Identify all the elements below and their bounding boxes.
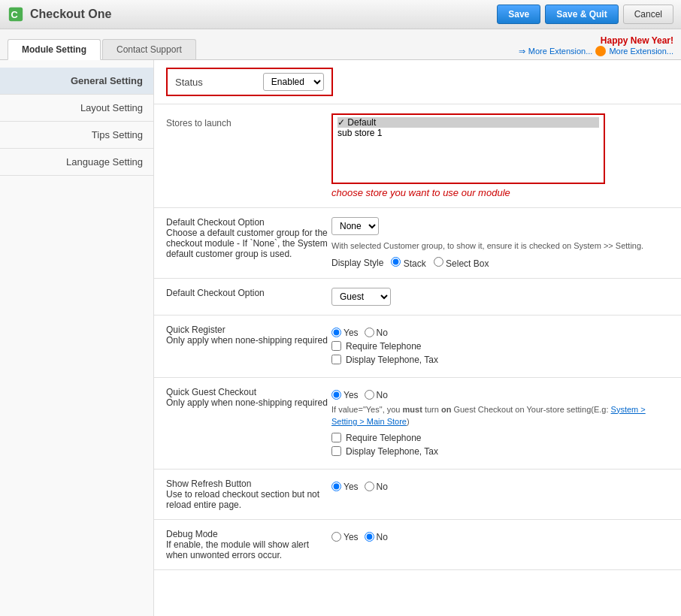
quick-guest-yes-label[interactable]: Yes	[331, 390, 359, 400]
stores-listbox[interactable]: ✓ Default sub store 1	[333, 115, 604, 183]
svg-text:C: C	[11, 9, 18, 20]
show-refresh-yes-radio[interactable]	[331, 482, 341, 491]
sidebar-item-general[interactable]: General Setting	[0, 68, 153, 95]
debug-mode-yes-label[interactable]: Yes	[331, 532, 359, 542]
quick-guest-no-radio[interactable]	[365, 390, 374, 400]
quick-register-row: Quick Register Only apply when none-ship…	[154, 316, 681, 378]
tabs-left: Module Setting Contact Support	[8, 39, 196, 59]
quick-guest-yes-no: Yes No	[331, 390, 669, 400]
display-style-selectbox-text: Select Box	[446, 258, 489, 269]
checkout-option-2-select[interactable]: Guest Register None	[331, 288, 391, 306]
quick-register-no-radio[interactable]	[365, 328, 374, 337]
sidebar-item-language[interactable]: Language Setting	[0, 149, 153, 176]
debug-mode-no-label[interactable]: No	[365, 532, 388, 542]
quick-register-display-telephone-checkbox[interactable]	[331, 355, 341, 364]
header-buttons: Save Save & Quit Cancel	[497, 5, 673, 24]
quick-register-no-label[interactable]: No	[365, 328, 388, 338]
quick-guest-title: Quick Guest Checkout	[166, 387, 331, 397]
debug-mode-no-radio[interactable]	[365, 532, 374, 542]
checkout-option-2-title: Default Checkout Option	[166, 288, 331, 298]
tabs-right: Happy New Year! ⇒ More Extension... More…	[519, 35, 673, 59]
quick-register-desc: Only apply when none-shipping required	[166, 335, 331, 346]
quick-register-yes-radio[interactable]	[331, 328, 341, 337]
tab-contact-support[interactable]: Contact Support	[102, 39, 196, 59]
sidebar: General Setting Layout Setting Tips Sett…	[0, 60, 154, 616]
tab-module-setting[interactable]: Module Setting	[8, 39, 101, 60]
store-option-default: ✓ Default	[337, 117, 599, 128]
quick-register-yes-no: Yes No	[331, 328, 669, 338]
checkout-option-1-content: None With selected Customer group, to sh…	[331, 217, 669, 269]
save-button[interactable]: Save	[497, 5, 540, 24]
quick-guest-checkout-row: Quick Guest Checkout Only apply when non…	[154, 378, 681, 470]
quick-register-yes-text: Yes	[344, 328, 359, 338]
checkout-option-1-note: With selected Customer group, to show it…	[331, 240, 669, 252]
status-label: Status	[175, 77, 203, 88]
show-refresh-no-radio[interactable]	[365, 482, 374, 491]
status-box: Status Enabled Disabled	[166, 68, 333, 96]
checkout-option-1-title: Default Checkout Option	[166, 217, 331, 228]
debug-mode-no-text: No	[377, 532, 388, 542]
stores-label: Stores to launch	[166, 113, 331, 128]
sidebar-item-layout[interactable]: Layout Setting	[0, 95, 153, 122]
quick-register-title: Quick Register	[166, 325, 331, 335]
checkout-option-2-label-wrapper: Default Checkout Option	[166, 288, 331, 298]
content: Status Enabled Disabled Stores to launch…	[154, 60, 681, 616]
debug-mode-yes-no: Yes No	[331, 532, 669, 542]
quick-guest-display-telephone: Display Telephone, Tax	[331, 446, 669, 457]
checkout-option-1-select[interactable]: None	[331, 217, 379, 235]
display-style-stack-radio[interactable]	[391, 257, 401, 267]
page-title: Checkout One	[30, 8, 111, 21]
show-refresh-content: Yes No	[331, 479, 669, 495]
header: C Checkout One Save Save & Quit Cancel	[0, 0, 681, 29]
quick-guest-require-telephone-checkbox[interactable]	[331, 433, 341, 442]
store-option-substore1: sub store 1	[337, 128, 599, 138]
more-extension-link-1[interactable]: More Extension...	[528, 47, 593, 56]
display-style-stack-label[interactable]: Stack	[391, 257, 425, 269]
debug-mode-content: Yes No	[331, 529, 669, 545]
quick-guest-yes-text: Yes	[344, 390, 359, 400]
show-refresh-yes-no: Yes No	[331, 482, 669, 492]
quick-guest-content: Yes No If value="Yes", you must turn on …	[331, 387, 669, 460]
quick-register-content: Yes No Require Telephone Display Telepho…	[331, 325, 669, 368]
stores-listbox-wrapper: ✓ Default sub store 1	[331, 113, 605, 184]
display-style-row: Display Style Stack Select Box	[331, 257, 669, 269]
quick-guest-desc: Only apply when none-shipping required	[166, 397, 331, 408]
debug-mode-yes-text: Yes	[344, 532, 359, 542]
quick-register-require-telephone: Require Telephone	[331, 341, 669, 352]
display-style-stack-text: Stack	[404, 258, 426, 269]
display-style-selectbox-radio[interactable]	[434, 257, 443, 267]
promo-happy-new-year: Happy New Year!	[519, 35, 673, 46]
quick-guest-no-label[interactable]: No	[365, 390, 388, 400]
main-container: General Setting Layout Setting Tips Sett…	[0, 60, 681, 616]
quick-guest-note-link[interactable]: System > Setting > Main Store	[331, 405, 646, 427]
debug-mode-yes-radio[interactable]	[331, 532, 341, 542]
show-refresh-yes-label[interactable]: Yes	[331, 482, 359, 492]
quick-register-label-wrapper: Quick Register Only apply when none-ship…	[166, 325, 331, 346]
save-quit-button[interactable]: Save & Quit	[545, 5, 618, 24]
status-select[interactable]: Enabled Disabled	[263, 73, 324, 91]
more-extension-link-2[interactable]: More Extension...	[609, 47, 673, 56]
quick-register-require-telephone-label: Require Telephone	[346, 341, 422, 352]
quick-register-no-text: No	[377, 328, 388, 338]
tabs-bar: Module Setting Contact Support Happy New…	[0, 29, 681, 60]
quick-register-display-telephone-label: Display Telephone, Tax	[346, 355, 438, 365]
arrow-icon-1: ⇒	[519, 47, 525, 56]
cancel-button[interactable]: Cancel	[623, 5, 673, 24]
header-left: C Checkout One	[8, 6, 111, 23]
quick-guest-no-text: No	[377, 390, 388, 400]
debug-mode-label-wrapper: Debug Mode If enable, the module will sh…	[166, 529, 331, 560]
show-refresh-no-label[interactable]: No	[365, 482, 388, 492]
show-refresh-label-wrapper: Show Refresh Button Use to reload checko…	[166, 479, 331, 510]
quick-register-yes-label[interactable]: Yes	[331, 328, 359, 338]
quick-register-require-telephone-checkbox[interactable]	[331, 341, 341, 351]
sidebar-item-tips[interactable]: Tips Setting	[0, 122, 153, 149]
show-refresh-desc: Use to reload checkout section but not r…	[166, 489, 331, 510]
checkout-logo-icon: C	[8, 6, 24, 23]
stores-content: ✓ Default sub store 1 choose store you w…	[331, 113, 669, 198]
show-refresh-no-text: No	[377, 482, 388, 492]
debug-mode-desc: If enable, the module will show alert wh…	[166, 539, 331, 560]
quick-guest-label-wrapper: Quick Guest Checkout Only apply when non…	[166, 387, 331, 408]
display-style-selectbox-label[interactable]: Select Box	[434, 257, 489, 269]
quick-guest-display-telephone-checkbox[interactable]	[331, 446, 341, 456]
quick-guest-yes-radio[interactable]	[331, 390, 341, 400]
